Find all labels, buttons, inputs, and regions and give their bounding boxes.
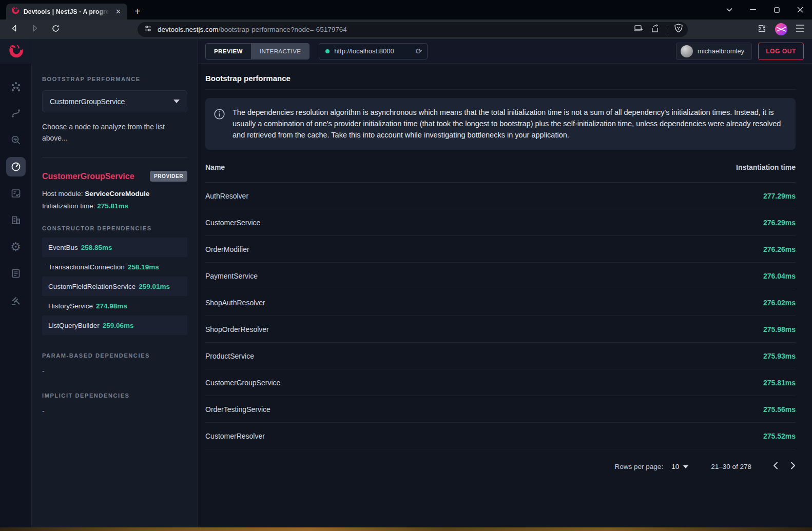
next-page-icon[interactable] bbox=[790, 462, 796, 471]
row-time: 276.29ms bbox=[763, 219, 796, 227]
param-deps-title: PARAM-BASED DEPENDENCIES bbox=[42, 352, 187, 359]
constructor-deps-list: EventBus 258.85ms TransactionalConnectio… bbox=[42, 238, 187, 335]
node-select-hint: Choose a node to analyze from the list a… bbox=[42, 122, 187, 144]
tab-close-icon[interactable]: ✕ bbox=[113, 7, 123, 16]
share-icon[interactable] bbox=[650, 24, 660, 35]
constructor-deps-title: CONSTRUCTOR DEPENDENCIES bbox=[42, 225, 187, 231]
dependency-name: EventBus bbox=[48, 244, 78, 251]
table-row[interactable]: AuthResolver 277.29ms bbox=[205, 183, 796, 209]
desktop-wallpaper-strip bbox=[0, 527, 812, 531]
info-icon bbox=[214, 108, 225, 141]
row-time: 276.26ms bbox=[763, 245, 796, 253]
scan-icon[interactable] bbox=[6, 130, 26, 150]
nest-favicon bbox=[11, 7, 20, 17]
table-row[interactable]: ProductService 275.93ms bbox=[205, 343, 796, 369]
instantiation-table: Name Instantiation time AuthResolver 277… bbox=[205, 152, 796, 449]
dependency-item[interactable]: HistoryService 274.98ms bbox=[42, 296, 187, 316]
url-text: devtools.nestjs.com/bootstrap-performanc… bbox=[158, 26, 633, 33]
info-callout: The dependencies resolution algorithm is… bbox=[205, 98, 796, 150]
user-chip[interactable]: michaelbromley bbox=[676, 43, 752, 60]
preview-tab[interactable]: PREVIEW bbox=[206, 44, 251, 59]
user-avatar bbox=[681, 45, 693, 57]
rows-per-page-select[interactable]: 10 bbox=[671, 463, 688, 470]
bootstrap-performance-page: Bootstrap performance The dependencies r… bbox=[198, 64, 812, 527]
browser-toolbar: devtools.nestjs.com/bootstrap-performanc… bbox=[0, 19, 812, 39]
brave-shield-icon[interactable] bbox=[674, 24, 683, 35]
row-time: 275.56ms bbox=[763, 405, 796, 414]
toolbar-separator bbox=[667, 25, 667, 33]
close-window-icon[interactable] bbox=[788, 0, 812, 19]
refresh-icon[interactable]: ⟳ bbox=[416, 47, 422, 56]
nav-rail: ⚙ bbox=[0, 39, 32, 527]
dependency-item[interactable]: TransactionalConnection 258.19ms bbox=[42, 257, 187, 277]
table-row[interactable]: ShopOrderResolver 275.98ms bbox=[205, 316, 796, 343]
send-to-device-icon[interactable] bbox=[633, 25, 643, 34]
tab-title: Devtools | NestJS - A progressive bbox=[24, 8, 109, 15]
browser-tab-bar: Devtools | NestJS - A progressive ✕ + bbox=[0, 0, 812, 19]
analysis-panel: BOOTSTRAP PERFORMANCE CustomerGroupServi… bbox=[32, 39, 198, 527]
info-text: The dependencies resolution algorithm is… bbox=[233, 107, 785, 141]
row-time: 275.93ms bbox=[763, 352, 796, 360]
browser-tab[interactable]: Devtools | NestJS - A progressive ✕ bbox=[6, 4, 127, 19]
url-domain: devtools.nestjs.com bbox=[158, 26, 219, 33]
host-module-value: ServiceCoreModule bbox=[85, 190, 149, 198]
logout-button[interactable]: LOG OUT bbox=[758, 43, 804, 60]
main-area: PREVIEW INTERACTIVE http://localhost:800… bbox=[198, 39, 812, 527]
table-row[interactable]: ShopAuthResolver 276.02ms bbox=[205, 289, 796, 316]
reload-icon[interactable] bbox=[49, 24, 62, 35]
dependency-item[interactable]: CustomFieldRelationService 259.01ms bbox=[42, 277, 187, 296]
back-icon[interactable] bbox=[8, 24, 21, 34]
table-row[interactable]: PaymentService 276.04ms bbox=[205, 263, 796, 289]
table-row[interactable]: CustomerService 276.29ms bbox=[205, 209, 796, 236]
browser-profile-avatar[interactable] bbox=[775, 23, 787, 35]
init-time-line: Initialization time: 275.81ms bbox=[42, 202, 187, 210]
url-path: /bootstrap-performance?node=-65179764 bbox=[219, 26, 347, 33]
status-dot bbox=[325, 49, 330, 53]
init-time-value: 275.81ms bbox=[97, 202, 128, 210]
table-row[interactable]: OrderTestingService 275.56ms bbox=[205, 396, 796, 423]
settings-icon[interactable]: ⚙ bbox=[6, 237, 26, 257]
interactive-tab[interactable]: INTERACTIVE bbox=[251, 44, 309, 59]
dependency-item[interactable]: ListQueryBuilder 259.06ms bbox=[42, 316, 187, 335]
row-name: ProductService bbox=[205, 352, 763, 360]
mode-toggle: PREVIEW INTERACTIVE bbox=[205, 43, 310, 60]
forward-icon[interactable] bbox=[29, 24, 41, 34]
nestjs-logo[interactable] bbox=[0, 39, 32, 64]
new-tab-button[interactable]: + bbox=[134, 6, 141, 17]
modules-icon[interactable] bbox=[6, 210, 26, 230]
row-name: OrderModifier bbox=[205, 245, 763, 253]
minimize-icon[interactable] bbox=[741, 0, 765, 19]
row-name: CustomerResolver bbox=[205, 432, 763, 440]
table-body: AuthResolver 277.29ms CustomerService 27… bbox=[205, 183, 796, 449]
tab-search-chevron-icon[interactable] bbox=[718, 0, 741, 19]
table-row[interactable]: OrderModifier 276.26ms bbox=[205, 236, 796, 263]
performance-icon[interactable] bbox=[6, 157, 26, 176]
routes-icon[interactable] bbox=[6, 104, 26, 123]
menu-icon[interactable] bbox=[796, 25, 805, 34]
caret-down-icon bbox=[683, 465, 688, 468]
maximize-icon[interactable] bbox=[765, 0, 788, 19]
node-select[interactable]: CustomerGroupService bbox=[42, 90, 187, 112]
dependency-time: 258.85ms bbox=[81, 244, 112, 251]
row-name: AuthResolver bbox=[205, 192, 763, 200]
sandbox-icon[interactable] bbox=[6, 290, 26, 310]
dependency-item[interactable]: EventBus 258.85ms bbox=[42, 238, 187, 257]
site-controls-icon[interactable] bbox=[144, 24, 152, 35]
docs-icon[interactable] bbox=[6, 264, 26, 283]
graph-icon[interactable] bbox=[6, 77, 26, 96]
row-time: 275.98ms bbox=[763, 325, 796, 333]
audit-icon[interactable] bbox=[6, 184, 26, 203]
target-url-input[interactable]: http://localhost:8000 ⟳ bbox=[319, 43, 428, 60]
row-name: OrderTestingService bbox=[205, 405, 763, 414]
previous-page-icon[interactable] bbox=[773, 462, 778, 471]
divider bbox=[205, 89, 796, 90]
host-module-line: Host module: ServiceCoreModule bbox=[42, 190, 187, 198]
url-bar[interactable]: devtools.nestjs.com/bootstrap-performanc… bbox=[138, 22, 688, 37]
row-time: 276.04ms bbox=[763, 272, 796, 280]
app-header: PREVIEW INTERACTIVE http://localhost:800… bbox=[198, 39, 812, 64]
table-row[interactable]: CustomerGroupService 275.81ms bbox=[205, 369, 796, 396]
node-select-value: CustomerGroupService bbox=[50, 97, 173, 106]
browser-window: Devtools | NestJS - A progressive ✕ + bbox=[0, 0, 812, 531]
table-row[interactable]: CustomerResolver 275.52ms bbox=[205, 423, 796, 449]
extensions-icon[interactable] bbox=[757, 24, 767, 35]
